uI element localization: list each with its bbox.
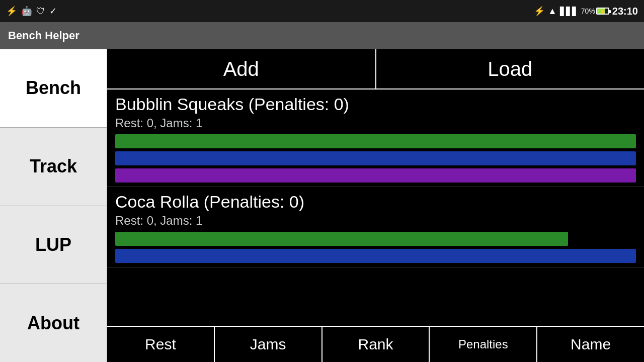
title-bar: Bench Helper xyxy=(0,22,644,49)
usb-icon: ⚡ xyxy=(6,6,17,17)
sidebar-lup-label: LUP xyxy=(35,234,71,255)
wifi-icon: ▲ xyxy=(548,6,557,17)
battery-percent: 70% xyxy=(581,7,595,15)
sort-penalties-button[interactable]: Penalties xyxy=(430,327,537,362)
skater-card-2[interactable]: Coca Rolla (Penalties: 0) Rest: 0, Jams:… xyxy=(107,187,644,267)
skater-1-stats: Rest: 0, Jams: 1 xyxy=(115,116,636,130)
skater-2-name: Coca Rolla (Penalties: 0) xyxy=(115,192,636,212)
check-icon: ✓ xyxy=(49,6,57,17)
malware-icon: 🛡 xyxy=(36,6,45,17)
skater-2-stats: Rest: 0, Jams: 1 xyxy=(115,214,636,228)
content-area: Add Load Bubblin Squeaks (Penalties: 0) … xyxy=(107,49,644,362)
sidebar-about-label: About xyxy=(27,313,79,334)
skater-card-1[interactable]: Bubblin Squeaks (Penalties: 0) Rest: 0, … xyxy=(107,89,644,187)
sort-rank-button[interactable]: Rank xyxy=(323,327,430,362)
signal-icon: ▋▋▋ xyxy=(560,7,578,16)
skater-2-bars xyxy=(115,232,636,263)
sidebar: Bench Track LUP About xyxy=(0,49,107,362)
status-bar-left: ⚡ 🤖 🛡 ✓ xyxy=(6,6,57,17)
load-button[interactable]: Load xyxy=(376,49,645,88)
skater-1-bar-purple xyxy=(115,168,636,183)
status-bar-right: ⚡ ▲ ▋▋▋ 70% ⚡ 23:10 xyxy=(534,6,638,17)
sidebar-item-about[interactable]: About xyxy=(0,284,107,362)
status-bar: ⚡ 🤖 🛡 ✓ ⚡ ▲ ▋▋▋ 70% ⚡ 23:10 xyxy=(0,0,644,22)
bottom-buttons: Rest Jams Rank Penalties Name xyxy=(107,326,644,362)
skater-1-name: Bubblin Squeaks (Penalties: 0) xyxy=(115,95,636,114)
bluetooth-icon: ⚡ xyxy=(534,6,545,17)
sidebar-item-lup[interactable]: LUP xyxy=(0,206,107,285)
skater-2-bar-blue xyxy=(115,249,636,263)
sidebar-item-track[interactable]: Track xyxy=(0,128,107,206)
sidebar-track-label: Track xyxy=(30,156,77,177)
main-layout: Bench Track LUP About Add Load Bubblin S… xyxy=(0,49,644,362)
sidebar-item-bench[interactable]: Bench xyxy=(0,49,107,128)
skater-1-bar-green xyxy=(115,134,636,148)
android-icon: 🤖 xyxy=(21,6,32,17)
skater-list: Bubblin Squeaks (Penalties: 0) Rest: 0, … xyxy=(107,89,644,326)
battery-icon: ⚡ xyxy=(596,8,609,15)
sort-rest-button[interactable]: Rest xyxy=(107,327,215,362)
battery-container: 70% ⚡ xyxy=(581,7,609,15)
skater-1-bar-blue xyxy=(115,151,636,165)
sidebar-bench-label: Bench xyxy=(26,77,81,99)
app-title: Bench Helper xyxy=(8,29,79,42)
add-button[interactable]: Add xyxy=(107,49,376,88)
skater-1-bars xyxy=(115,134,636,183)
sort-name-button[interactable]: Name xyxy=(537,327,644,362)
time-display: 23:10 xyxy=(612,6,638,17)
sort-jams-button[interactable]: Jams xyxy=(215,327,323,362)
skater-2-bar-green xyxy=(115,232,568,246)
top-buttons: Add Load xyxy=(107,49,644,89)
